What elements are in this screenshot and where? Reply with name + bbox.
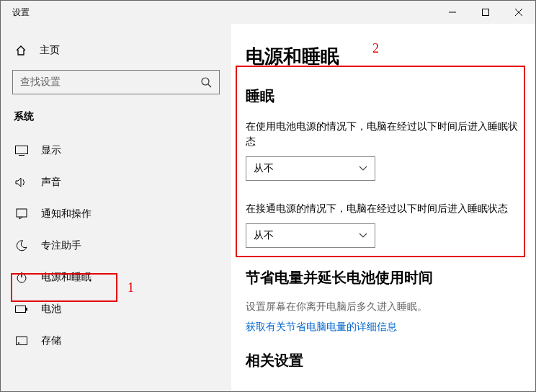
svg-line-5: [208, 84, 211, 87]
svg-rect-6: [16, 146, 28, 154]
sidebar-item-label: 存储: [41, 334, 61, 347]
notification-icon: [15, 208, 28, 220]
sleep-plugged-label: 在接通电源的情况下，电脑在经过以下时间后进入睡眠状态: [246, 201, 521, 216]
sidebar-item-label: 电池: [41, 303, 61, 316]
close-button[interactable]: [502, 1, 535, 24]
svg-rect-11: [16, 306, 26, 313]
sidebar-item-battery[interactable]: 电池: [12, 293, 220, 325]
sleep-battery-label: 在使用电池电源的情况下，电脑在经过以下时间后进入睡眠状态: [246, 119, 521, 149]
chevron-down-icon: [359, 233, 367, 239]
svg-point-14: [18, 342, 19, 344]
sleep-plugged-dropdown[interactable]: 从不: [246, 223, 375, 248]
search-icon: [200, 76, 212, 88]
svg-point-4: [202, 78, 209, 85]
svg-rect-13: [17, 337, 27, 345]
section-related-title: 相关设置: [246, 351, 521, 370]
sidebar-item-label: 声音: [41, 176, 61, 189]
sleep-battery-dropdown[interactable]: 从不: [246, 156, 375, 181]
power-icon: [15, 272, 28, 283]
sidebar-item-label: 专注助手: [41, 239, 81, 252]
minimize-button[interactable]: [436, 1, 469, 24]
home-link[interactable]: 主页: [12, 41, 220, 70]
sidebar: 主页 查找设置 系统 显示 声音 通知和操作: [1, 24, 231, 391]
save-description: 设置屏幕在你离开电脑后多久进入睡眠。: [246, 300, 521, 313]
sidebar-item-display[interactable]: 显示: [12, 135, 220, 166]
sidebar-item-label: 电源和睡眠: [41, 271, 91, 284]
annotation-number-1: 1: [128, 280, 134, 295]
battery-icon: [15, 305, 28, 313]
sidebar-item-focus[interactable]: 专注助手: [12, 230, 220, 262]
section-sleep-title: 睡眠: [246, 86, 521, 106]
sidebar-item-power[interactable]: 电源和睡眠: [12, 262, 220, 293]
page-title: 电源和睡眠: [246, 44, 521, 69]
sound-icon: [15, 177, 28, 188]
section-save-title: 节省电量并延长电池使用时间: [246, 268, 521, 288]
titlebar: 设置: [1, 1, 535, 24]
save-link[interactable]: 获取有关节省电脑电量的详细信息: [246, 321, 521, 334]
storage-icon: [15, 337, 28, 345]
moon-icon: [15, 240, 28, 251]
window-title: 设置: [1, 6, 30, 19]
svg-rect-1: [483, 9, 489, 16]
dropdown-value: 从不: [254, 162, 274, 175]
dropdown-value: 从不: [254, 229, 274, 242]
chevron-down-icon: [359, 166, 367, 172]
search-placeholder: 查找设置: [20, 76, 61, 89]
maximize-button[interactable]: [469, 1, 502, 24]
display-icon: [15, 146, 28, 156]
sidebar-item-sound[interactable]: 声音: [12, 166, 220, 198]
category-title: 系统: [14, 110, 220, 123]
main-content: 电源和睡眠 睡眠 在使用电池电源的情况下，电脑在经过以下时间后进入睡眠状态 从不…: [231, 24, 535, 391]
annotation-number-2: 2: [372, 41, 379, 56]
svg-rect-8: [17, 209, 27, 217]
search-input[interactable]: 查找设置: [12, 70, 220, 94]
window-controls: [436, 1, 535, 24]
sidebar-item-storage[interactable]: 存储: [12, 325, 220, 357]
home-icon: [15, 45, 27, 56]
sidebar-item-label: 通知和操作: [41, 208, 91, 220]
sidebar-item-notifications[interactable]: 通知和操作: [12, 198, 220, 230]
svg-rect-12: [26, 308, 27, 311]
home-label: 主页: [40, 44, 60, 57]
sidebar-item-label: 显示: [41, 144, 61, 157]
